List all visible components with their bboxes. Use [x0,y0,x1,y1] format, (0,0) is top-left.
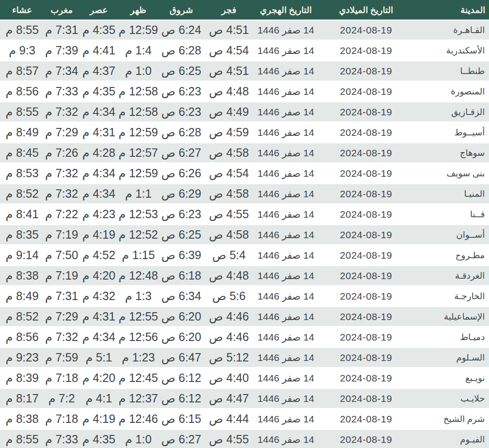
cell-hijri: 14 صفر 1446 [253,409,318,430]
cell-shorouq: 6:23 ص [158,205,205,225]
table-row: الخارجـة2024-08-1914 صفر 14465:6 ص6:34 ص… [0,287,489,307]
table-row: بنى سويف2024-08-1914 صفر 14464:54 ص6:26 … [0,164,489,184]
cell-asr: 4:52 م [79,246,119,266]
cell-city: شرم الشيخ [414,409,489,430]
cell-dhuhr: 12:53 م [119,205,158,225]
cell-dhuhr: 12:59 م [119,164,158,184]
cell-fajr: 4:51 ص [205,20,253,41]
table-row: سوهاج2024-08-1914 صفر 14464:58 ص6:27 ص12… [0,143,489,164]
cell-maghrib: 7:33 م [44,430,79,448]
cell-dhuhr: 12:58 م [119,102,158,123]
cell-shorouq: 6:24 ص [158,20,205,41]
cell-fajr: 4:58 ص [205,143,253,164]
cell-shorouq: 6:23 ص [158,82,205,102]
cell-gregorian: 2024-08-19 [318,328,414,348]
cell-maghrib: 7:22 م [44,205,79,225]
cell-fajr: 4:46 ص [205,328,253,348]
cell-hijri: 14 صفر 1446 [253,328,318,348]
cell-isha: 8:49 م [0,123,44,143]
cell-dhuhr: 1:0 م [119,61,158,82]
table-row: قــنا2024-08-1914 صفر 14464:55 ص6:23 ص12… [0,205,489,225]
cell-maghrib: 7:18 م [44,409,79,430]
cell-shorouq: 6:23 ص [158,102,205,123]
cell-asr: 4:37 م [79,61,119,82]
cell-isha: 8:38 م [0,409,44,430]
cell-asr: 4:31 م [79,307,119,328]
cell-gregorian: 2024-08-19 [318,205,414,225]
cell-dhuhr: 12:45 م [119,368,158,389]
cell-maghrib: 7:29 م [44,307,79,328]
cell-dhuhr: 1:1 م [119,184,158,205]
prayer-times-body: القـاهـرة2024-08-1914 صفر 14464:51 ص6:24… [0,20,489,448]
cell-gregorian: 2024-08-19 [318,82,414,102]
column-header-isha: عشاء [0,0,44,20]
cell-city: السـلوم [414,348,489,368]
table-row: شرم الشيخ2024-08-1914 صفر 14464:44 ص6:15… [0,409,489,430]
cell-hijri: 14 صفر 1446 [253,225,318,246]
cell-hijri: 14 صفر 1446 [253,287,318,307]
cell-asr: 4:31 م [79,123,119,143]
table-row: نويـبع2024-08-1914 صفر 14464:40 ص6:12 ص1… [0,368,489,389]
cell-dhuhr: 12:59 م [119,123,158,143]
cell-dhuhr: 1:0 م [119,430,158,448]
cell-shorouq: 6:18 ص [158,266,205,287]
cell-isha: 8:41 م [0,205,44,225]
table-row: الزقـازيق2024-08-1914 صفر 14464:49 ص6:23… [0,102,489,123]
cell-shorouq: 6:47 ص [158,348,205,368]
cell-isha: 8:38 م [0,266,44,287]
cell-fajr: 4:54 ص [205,41,253,61]
cell-maghrib: 7:18 م [44,368,79,389]
table-row: طنطــا2024-08-1914 صفر 14464:51 ص6:25 ص1… [0,61,489,82]
cell-isha: 8:35 م [0,225,44,246]
table-row: مطـروح2024-08-1914 صفر 14465:4 ص6:39 ص1:… [0,246,489,266]
cell-maghrib: 7:39 م [44,41,79,61]
cell-dhuhr: 12:59 م [119,20,158,41]
cell-fajr: 4:47 ص [205,389,253,409]
table-row: القـاهـرة2024-08-1914 صفر 14464:51 ص6:24… [0,20,489,41]
cell-fajr: 4:44 ص [205,409,253,430]
cell-isha: 8:17 م [0,389,44,409]
cell-dhuhr: 12:48 م [119,266,158,287]
cell-fajr: 5:6 ص [205,287,253,307]
cell-hijri: 14 صفر 1446 [253,82,318,102]
cell-hijri: 14 صفر 1446 [253,143,318,164]
cell-maghrib: 7:50 م [44,246,79,266]
cell-fajr: 4:55 ص [205,205,253,225]
cell-hijri: 14 صفر 1446 [253,266,318,287]
cell-shorouq: 6:25 ص [158,61,205,82]
cell-isha: 8:52 م [0,184,44,205]
column-header-asr: عصر [79,0,119,20]
cell-asr: 4:1 م [79,389,119,409]
cell-hijri: 14 صفر 1446 [253,246,318,266]
cell-gregorian: 2024-08-19 [318,246,414,266]
cell-fajr: 4:59 ص [205,123,253,143]
cell-dhuhr: 1:15 م [119,246,158,266]
cell-asr: 4:19 م [79,225,119,246]
cell-shorouq: 6:20 ص [158,307,205,328]
cell-isha: 8:56 م [0,328,44,348]
cell-isha: 9:23 م [0,348,44,368]
table-row: أســوان2024-08-1914 صفر 14464:58 ص6:25 ص… [0,225,489,246]
cell-city: الأسكندرية [414,41,489,61]
table-row: حلايـب2024-08-1914 صفر 14464:47 ص6:12 ص1… [0,389,489,409]
cell-city: الخارجـة [414,287,489,307]
cell-city: دميـاط [414,328,489,348]
cell-dhuhr: 12:56 م [119,328,158,348]
table-row: المنصورة2024-08-1914 صفر 14464:48 ص6:23 … [0,82,489,102]
cell-hijri: 14 صفر 1446 [253,307,318,328]
table-row: دميـاط2024-08-1914 صفر 14464:46 ص6:20 ص1… [0,328,489,348]
cell-maghrib: 7:31 م [44,287,79,307]
cell-isha: 8:55 م [0,20,44,41]
cell-isha: 8:49 م [0,287,44,307]
cell-city: الفيـوم [414,430,489,448]
cell-asr: 4:35 م [79,20,119,41]
cell-gregorian: 2024-08-19 [318,348,414,368]
cell-hijri: 14 صفر 1446 [253,41,318,61]
cell-asr: 4:35 م [79,82,119,102]
column-header-maghrib: مغرب [44,0,79,20]
cell-gregorian: 2024-08-19 [318,102,414,123]
cell-fajr: 4:51 ص [205,61,253,82]
cell-asr: 4:34 م [79,184,119,205]
cell-asr: 4:34 م [79,164,119,184]
cell-fajr: 4:48 ص [205,266,253,287]
